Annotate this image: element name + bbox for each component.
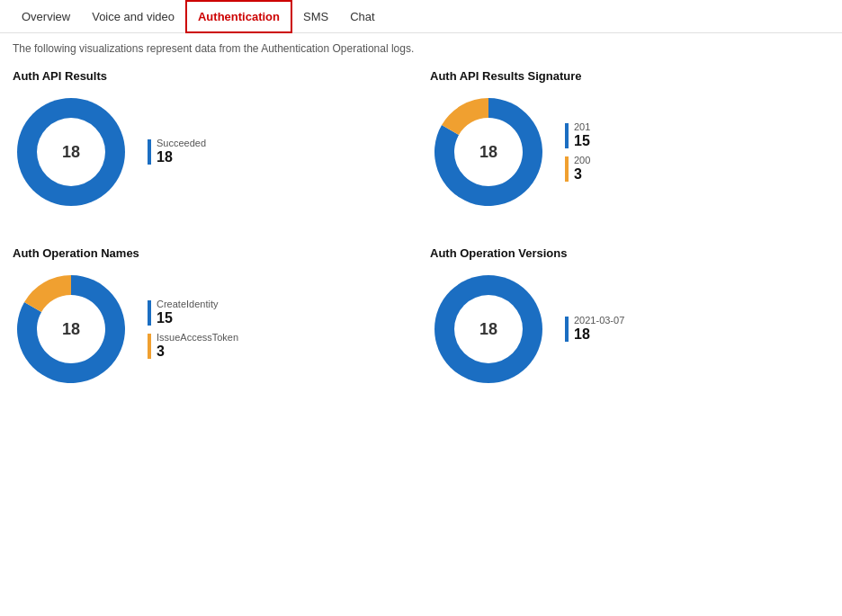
auth-operation-names: Auth Operation Names18CreateIdentity15Is… [13, 246, 412, 388]
page-description: The following visualizations represent d… [0, 33, 842, 60]
legend-item: IssueAccessToken3 [148, 332, 238, 360]
legend-color-bar [565, 156, 569, 182]
auth-operation-names-title: Auth Operation Names [13, 246, 412, 260]
auth-operation-names-center-value: 18 [62, 320, 80, 339]
legend-color-bar [148, 300, 151, 326]
tab-authentication[interactable]: Authentication [185, 0, 292, 33]
legend-value: 18 [157, 148, 206, 165]
auth-operation-names-legend: CreateIdentity15IssueAccessToken3 [148, 299, 238, 360]
nav-tabs: OverviewVoice and videoAuthenticationSMS… [0, 0, 842, 33]
legend-color-bar [565, 317, 569, 342]
auth-api-results-signature-title: Auth API Results Signature [430, 69, 829, 83]
legend-item: 2021-03-0718 [565, 315, 624, 343]
tab-overview[interactable]: Overview [11, 0, 81, 33]
legend-item: Succeeded18 [148, 138, 206, 165]
auth-api-results-signature-donut: 18 [430, 94, 547, 210]
legend-color-bar [148, 139, 151, 165]
auth-api-results-title: Auth API Results [13, 69, 412, 83]
legend-name: Succeeded [157, 138, 206, 148]
auth-operation-versions-body: 182021-03-0718 [430, 271, 829, 388]
auth-api-results-signature-legend: 201152003 [565, 121, 590, 183]
auth-operation-versions: Auth Operation Versions 182021-03-0718 [430, 246, 829, 388]
legend-value: 15 [157, 309, 218, 326]
legend-value: 3 [157, 343, 238, 360]
legend-name: 200 [574, 155, 590, 165]
legend-item: 20115 [565, 121, 590, 149]
auth-operation-versions-donut: 18 [430, 271, 547, 388]
legend-value: 18 [574, 326, 624, 343]
legend-color-bar [148, 334, 151, 359]
tab-voice-and-video[interactable]: Voice and video [81, 0, 185, 33]
tab-chat[interactable]: Chat [339, 0, 385, 33]
legend-name: CreateIdentity [157, 299, 218, 309]
legend-color-bar [565, 123, 569, 148]
legend-value: 3 [574, 165, 590, 183]
legend-name: IssueAccessToken [157, 332, 238, 343]
auth-api-results-legend: Succeeded18 [148, 138, 206, 165]
content-area: Auth API Results 18Succeeded18Auth API R… [0, 60, 842, 397]
charts-grid: Auth API Results 18Succeeded18Auth API R… [13, 69, 829, 388]
auth-operation-names-donut: 18 [13, 271, 130, 388]
auth-api-results-donut: 18 [13, 94, 130, 210]
auth-api-results: Auth API Results 18Succeeded18 [13, 69, 412, 210]
auth-api-results-signature: Auth API Results Signature18201152003 [430, 69, 829, 210]
auth-operation-versions-legend: 2021-03-0718 [565, 315, 624, 343]
auth-api-results-signature-body: 18201152003 [430, 94, 829, 210]
legend-item: 2003 [565, 155, 590, 183]
auth-operation-versions-center-value: 18 [479, 320, 497, 339]
auth-operation-names-body: 18CreateIdentity15IssueAccessToken3 [13, 271, 412, 388]
legend-value: 15 [574, 132, 590, 149]
auth-api-results-signature-center-value: 18 [479, 143, 497, 162]
auth-operation-versions-title: Auth Operation Versions [430, 246, 829, 260]
auth-api-results-body: 18Succeeded18 [13, 94, 412, 210]
legend-name: 2021-03-07 [574, 315, 624, 326]
legend-item: CreateIdentity15 [148, 299, 238, 326]
legend-name: 201 [574, 121, 590, 132]
auth-api-results-center-value: 18 [62, 143, 80, 162]
tab-sms[interactable]: SMS [292, 0, 339, 33]
